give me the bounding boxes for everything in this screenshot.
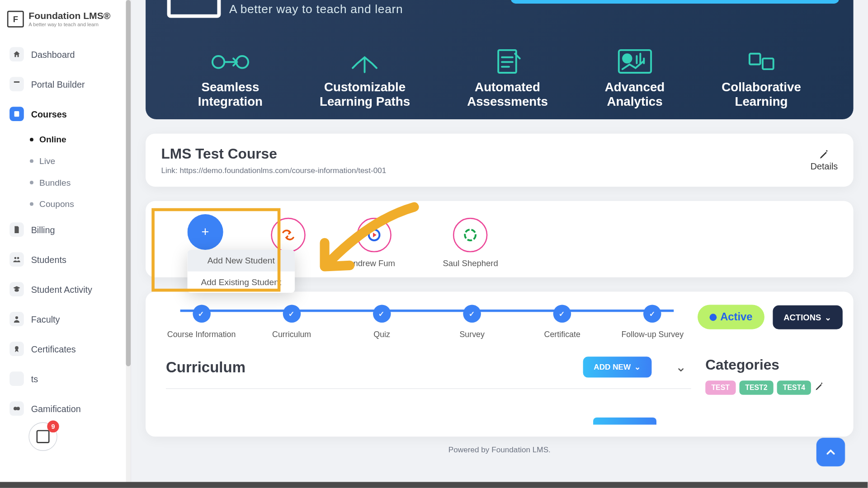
- course-link: Link: https://demo.foundationlms.com/cou…: [161, 166, 386, 175]
- gears-icon: [198, 44, 263, 80]
- courses-subnav: Online Live Bundles Coupons: [4, 129, 127, 215]
- pencil-icon: [819, 149, 830, 160]
- subnav-live[interactable]: Live: [30, 150, 127, 172]
- sidebar-item-faculty[interactable]: Faculty: [4, 306, 127, 332]
- curriculum-add-new-button[interactable]: ADD NEW ⌄: [583, 357, 651, 377]
- notification-widget[interactable]: 9: [28, 422, 57, 451]
- check-icon: ✓: [553, 305, 571, 323]
- students-card: + Add New Student Add Existing Student M…: [146, 201, 854, 277]
- course-title: LMS Test Course: [161, 145, 386, 162]
- chevron-up-icon: [824, 446, 837, 459]
- sidebar-item-dashboard[interactable]: Dashboard: [4, 41, 127, 67]
- feature-analytics: AdvancedAnalytics: [605, 44, 665, 108]
- svg-point-7: [212, 56, 224, 68]
- feature-paths: CustomizableLearning Paths: [320, 44, 410, 108]
- sidebar-item-billing[interactable]: Billing: [4, 216, 127, 243]
- category-tag[interactable]: TEST: [705, 380, 736, 395]
- secondary-add-button[interactable]: [593, 418, 656, 425]
- details-button[interactable]: Details: [811, 149, 838, 171]
- logo-square-icon: [37, 430, 50, 443]
- analytics-icon: [605, 44, 665, 80]
- avatar: [357, 218, 392, 253]
- feature-assessments: AutomatedAssessments: [467, 44, 548, 108]
- avatar: [453, 218, 488, 253]
- subnav-online[interactable]: Online: [30, 129, 127, 150]
- sidebar-item-students[interactable]: Students: [4, 246, 127, 272]
- sidebar-item-label: Courses: [31, 109, 67, 119]
- student-item[interactable]: ndrew Fum: [353, 218, 395, 268]
- check-icon: ✓: [283, 305, 301, 323]
- dot-icon: [30, 181, 33, 184]
- check-icon: ✓: [643, 305, 661, 323]
- dropdown-add-existing-student[interactable]: Add Existing Student: [187, 272, 295, 293]
- group-icon: [9, 252, 24, 267]
- curriculum-title: Curriculum: [166, 358, 245, 375]
- plus-icon: +: [202, 224, 209, 239]
- progress-track: [180, 310, 674, 312]
- sidebar-item-label: ts: [31, 374, 38, 384]
- portal-icon: [9, 77, 24, 91]
- graduation-icon: [9, 282, 24, 296]
- svg-rect-12: [750, 54, 760, 65]
- svg-point-11: [623, 54, 631, 62]
- sidebar-item-label: Student Activity: [31, 284, 92, 294]
- sidebar-item-certificates[interactable]: Certificates: [4, 336, 127, 362]
- brand-subtitle: A better way to teach and learn: [28, 22, 110, 28]
- scroll-to-top-button[interactable]: [816, 438, 845, 466]
- student-item[interactable]: Saul Shepherd: [443, 218, 498, 268]
- sidebar-item-gamification[interactable]: Gamification: [4, 395, 127, 422]
- course-link-url[interactable]: https://demo.foundationlms.com/course-in…: [179, 166, 386, 175]
- dot-icon: [30, 159, 33, 163]
- svg-point-1: [14, 257, 17, 259]
- subnav-coupons[interactable]: Coupons: [30, 193, 127, 215]
- subnav-label: Live: [39, 156, 55, 166]
- actions-button[interactable]: ACTIONS ⌄: [773, 305, 842, 329]
- category-tag[interactable]: TEST2: [739, 380, 774, 395]
- sidebar-item-reports[interactable]: ts: [4, 366, 127, 392]
- edit-categories-button[interactable]: [815, 382, 824, 394]
- hero-features: SeamlessIntegration CustomizableLearning…: [146, 44, 854, 108]
- subnav-label: Bundles: [39, 178, 71, 187]
- pencil-icon: [815, 382, 824, 391]
- hero-cta-button[interactable]: [511, 0, 839, 4]
- svg-rect-0: [14, 111, 19, 117]
- dot-icon: [30, 138, 33, 141]
- chevron-down-icon: ⌄: [634, 363, 641, 372]
- subnav-label: Online: [39, 135, 66, 144]
- category-tag[interactable]: TEST4: [777, 380, 811, 395]
- svg-point-15: [465, 230, 476, 240]
- curriculum-section: Curriculum ADD NEW ⌄ ⌄: [156, 357, 691, 424]
- svg-point-2: [17, 257, 19, 259]
- details-label: Details: [811, 161, 838, 171]
- sidebar-scrollbar[interactable]: [126, 0, 131, 488]
- notification-badge: 9: [47, 421, 59, 432]
- scrollbar-thumb[interactable]: [126, 0, 131, 366]
- course-progress-card: ✓ Course Information ✓ Curriculum ✓ Quiz: [146, 291, 854, 436]
- subnav-bundles[interactable]: Bundles: [30, 172, 127, 193]
- hero-logo-frame: [167, 0, 221, 18]
- brand-title: Foundation LMS®: [28, 11, 110, 22]
- subnav-label: Coupons: [39, 199, 74, 209]
- dot-icon: [30, 202, 33, 206]
- hero-banner: A better way to teach and learn Seamless…: [146, 0, 854, 119]
- check-icon: ✓: [463, 305, 481, 323]
- dropdown-add-new-student[interactable]: Add New Student: [187, 250, 295, 272]
- svg-point-4: [15, 346, 19, 350]
- avatar: [271, 218, 306, 253]
- feature-integration: SeamlessIntegration: [198, 44, 263, 108]
- add-student-button[interactable]: +: [187, 214, 223, 250]
- sidebar-item-student-activity[interactable]: Student Activity: [4, 276, 127, 302]
- sidebar-item-label: Portal Builder: [31, 79, 85, 89]
- curriculum-collapse-toggle[interactable]: ⌄: [671, 359, 691, 375]
- sidebar-item-label: Faculty: [31, 314, 60, 324]
- sidebar-item-courses[interactable]: Courses: [4, 101, 127, 127]
- brand-logo[interactable]: F Foundation LMS® A better way to teach …: [4, 6, 127, 39]
- course-header-card: LMS Test Course Link: https://demo.found…: [146, 134, 854, 187]
- svg-rect-13: [763, 59, 774, 70]
- paths-icon: [320, 44, 410, 80]
- sidebar-item-portal-builder[interactable]: Portal Builder: [4, 71, 127, 97]
- bottom-bar: [0, 482, 868, 488]
- status-active-pill[interactable]: Active: [698, 305, 764, 329]
- add-student-wrapper: + Add New Student Add Existing Student: [187, 218, 223, 253]
- person-icon: [9, 312, 24, 326]
